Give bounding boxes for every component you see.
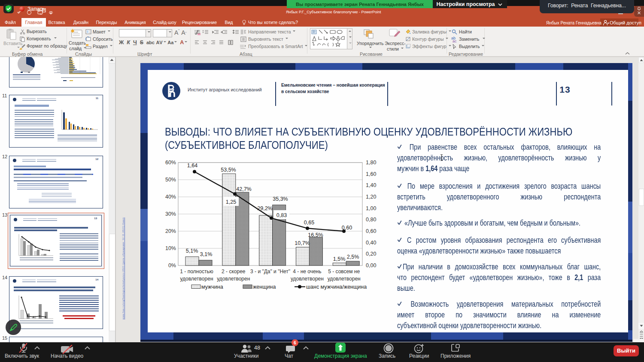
svg-text:3,1%: 3,1% [200,251,213,257]
svg-text:0,20: 0,20 [366,251,376,257]
svg-text:0%: 0% [168,262,176,268]
svg-text:1,00: 1,00 [366,205,376,211]
svg-text:0,00: 0,00 [366,262,376,268]
svg-text:53,5%: 53,5% [221,167,236,173]
svg-text:0,83: 0,83 [276,212,287,218]
svg-text:1,80: 1,80 [366,160,376,166]
svg-text:20%: 20% [165,228,176,234]
svg-text:0,60: 0,60 [366,228,376,234]
svg-text:мужчина: мужчина [201,284,223,290]
svg-text:3 - и "Да" и "Нет": 3 - и "Да" и "Нет" [250,268,290,275]
svg-text:1,20: 1,20 [366,194,376,200]
svg-text:шанс мужчина/женщина: шанс мужчина/женщина [306,284,367,290]
svg-text:16,5%: 16,5% [308,232,323,238]
svg-text:5,1%: 5,1% [186,248,198,254]
svg-text:2 - скорее: 2 - скорее [222,268,246,275]
svg-text:40%: 40% [165,194,176,200]
svg-text:0,40: 0,40 [366,240,376,246]
svg-text:1 - полностью: 1 - полностью [180,268,213,275]
svg-text:4 - не очень: 4 - не очень [293,268,321,275]
svg-text:60%: 60% [165,160,176,166]
svg-text:2,5%: 2,5% [347,254,359,260]
svg-text:ac: ac [453,39,457,43]
svg-text:1,25: 1,25 [226,199,236,205]
svg-text:30%: 30% [165,211,176,217]
svg-text:10,7%: 10,7% [295,240,310,246]
svg-text:удовлетворен: удовлетворен [180,276,213,282]
svg-text:0,65: 0,65 [304,220,314,226]
svg-text:50%: 50% [165,177,176,183]
svg-text:10%: 10% [165,245,176,251]
svg-text:удовлетворен: удовлетворен [291,276,324,282]
svg-text:29,2%: 29,2% [257,205,272,211]
svg-text:0,80: 0,80 [366,217,376,223]
svg-text:1,60: 1,60 [366,171,376,177]
svg-text:1,40: 1,40 [366,182,376,188]
svg-text:1,5%: 1,5% [333,256,346,262]
svg-text:удовлетворен: удовлетворен [217,276,250,282]
svg-text:удовлетворен: удовлетворен [328,276,361,282]
svg-text:женщина: женщина [253,284,276,290]
svg-text:1,64: 1,64 [187,163,197,169]
svg-text:42,7%: 42,7% [236,186,251,192]
svg-text:35,3%: 35,3% [273,196,288,202]
svg-text:0,60: 0,60 [342,225,352,231]
svg-text:5 - совсем не: 5 - совсем не [328,268,360,275]
